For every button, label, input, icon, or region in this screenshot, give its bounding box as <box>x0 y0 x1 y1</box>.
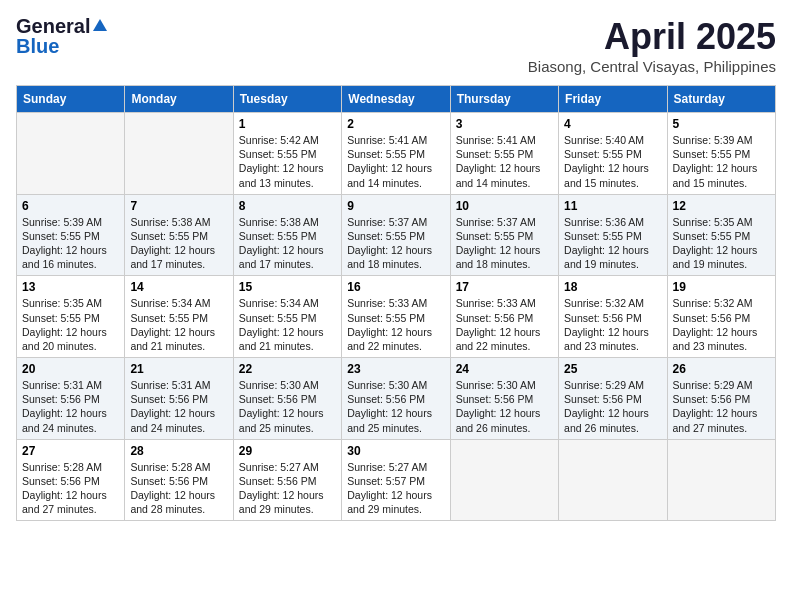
calendar-cell <box>17 113 125 195</box>
calendar-cell: 13Sunrise: 5:35 AMSunset: 5:55 PMDayligh… <box>17 276 125 358</box>
cell-details: Sunrise: 5:37 AMSunset: 5:55 PMDaylight:… <box>347 215 444 272</box>
day-number: 18 <box>564 280 661 294</box>
day-number: 24 <box>456 362 553 376</box>
calendar-cell: 29Sunrise: 5:27 AMSunset: 5:56 PMDayligh… <box>233 439 341 521</box>
calendar-cell: 15Sunrise: 5:34 AMSunset: 5:55 PMDayligh… <box>233 276 341 358</box>
calendar-header-sunday: Sunday <box>17 86 125 113</box>
day-number: 3 <box>456 117 553 131</box>
day-number: 21 <box>130 362 227 376</box>
day-number: 1 <box>239 117 336 131</box>
cell-details: Sunrise: 5:34 AMSunset: 5:55 PMDaylight:… <box>239 296 336 353</box>
day-number: 8 <box>239 199 336 213</box>
calendar-cell <box>667 439 775 521</box>
cell-details: Sunrise: 5:31 AMSunset: 5:56 PMDaylight:… <box>130 378 227 435</box>
calendar-cell: 14Sunrise: 5:34 AMSunset: 5:55 PMDayligh… <box>125 276 233 358</box>
calendar-week-row: 1Sunrise: 5:42 AMSunset: 5:55 PMDaylight… <box>17 113 776 195</box>
cell-details: Sunrise: 5:42 AMSunset: 5:55 PMDaylight:… <box>239 133 336 190</box>
calendar-cell <box>450 439 558 521</box>
cell-details: Sunrise: 5:38 AMSunset: 5:55 PMDaylight:… <box>130 215 227 272</box>
calendar-cell: 1Sunrise: 5:42 AMSunset: 5:55 PMDaylight… <box>233 113 341 195</box>
cell-details: Sunrise: 5:30 AMSunset: 5:56 PMDaylight:… <box>456 378 553 435</box>
cell-details: Sunrise: 5:38 AMSunset: 5:55 PMDaylight:… <box>239 215 336 272</box>
calendar-cell: 20Sunrise: 5:31 AMSunset: 5:56 PMDayligh… <box>17 358 125 440</box>
calendar-cell: 9Sunrise: 5:37 AMSunset: 5:55 PMDaylight… <box>342 194 450 276</box>
day-number: 15 <box>239 280 336 294</box>
day-number: 22 <box>239 362 336 376</box>
day-number: 27 <box>22 444 119 458</box>
cell-details: Sunrise: 5:36 AMSunset: 5:55 PMDaylight:… <box>564 215 661 272</box>
cell-details: Sunrise: 5:34 AMSunset: 5:55 PMDaylight:… <box>130 296 227 353</box>
calendar-week-row: 20Sunrise: 5:31 AMSunset: 5:56 PMDayligh… <box>17 358 776 440</box>
day-number: 14 <box>130 280 227 294</box>
cell-details: Sunrise: 5:27 AMSunset: 5:57 PMDaylight:… <box>347 460 444 517</box>
day-number: 6 <box>22 199 119 213</box>
calendar-cell: 3Sunrise: 5:41 AMSunset: 5:55 PMDaylight… <box>450 113 558 195</box>
day-number: 16 <box>347 280 444 294</box>
calendar-cell: 25Sunrise: 5:29 AMSunset: 5:56 PMDayligh… <box>559 358 667 440</box>
month-title: April 2025 <box>528 16 776 58</box>
calendar-header-saturday: Saturday <box>667 86 775 113</box>
day-number: 9 <box>347 199 444 213</box>
cell-details: Sunrise: 5:40 AMSunset: 5:55 PMDaylight:… <box>564 133 661 190</box>
calendar-table: SundayMondayTuesdayWednesdayThursdayFrid… <box>16 85 776 521</box>
logo-blue-text: Blue <box>16 35 59 57</box>
logo: General Blue <box>16 16 108 56</box>
calendar-cell: 11Sunrise: 5:36 AMSunset: 5:55 PMDayligh… <box>559 194 667 276</box>
calendar-cell: 30Sunrise: 5:27 AMSunset: 5:57 PMDayligh… <box>342 439 450 521</box>
day-number: 11 <box>564 199 661 213</box>
calendar-header-wednesday: Wednesday <box>342 86 450 113</box>
calendar-cell: 8Sunrise: 5:38 AMSunset: 5:55 PMDaylight… <box>233 194 341 276</box>
day-number: 7 <box>130 199 227 213</box>
calendar-cell: 10Sunrise: 5:37 AMSunset: 5:55 PMDayligh… <box>450 194 558 276</box>
calendar-cell: 16Sunrise: 5:33 AMSunset: 5:55 PMDayligh… <box>342 276 450 358</box>
logo-icon <box>92 18 108 34</box>
cell-details: Sunrise: 5:29 AMSunset: 5:56 PMDaylight:… <box>673 378 770 435</box>
logo-general-text: General <box>16 16 90 36</box>
calendar-cell: 21Sunrise: 5:31 AMSunset: 5:56 PMDayligh… <box>125 358 233 440</box>
day-number: 30 <box>347 444 444 458</box>
day-number: 28 <box>130 444 227 458</box>
calendar-cell: 2Sunrise: 5:41 AMSunset: 5:55 PMDaylight… <box>342 113 450 195</box>
day-number: 25 <box>564 362 661 376</box>
cell-details: Sunrise: 5:32 AMSunset: 5:56 PMDaylight:… <box>673 296 770 353</box>
calendar-week-row: 27Sunrise: 5:28 AMSunset: 5:56 PMDayligh… <box>17 439 776 521</box>
cell-details: Sunrise: 5:30 AMSunset: 5:56 PMDaylight:… <box>239 378 336 435</box>
calendar-cell: 4Sunrise: 5:40 AMSunset: 5:55 PMDaylight… <box>559 113 667 195</box>
cell-details: Sunrise: 5:33 AMSunset: 5:55 PMDaylight:… <box>347 296 444 353</box>
page-header: General Blue April 2025 Biasong, Central… <box>16 16 776 75</box>
cell-details: Sunrise: 5:28 AMSunset: 5:56 PMDaylight:… <box>22 460 119 517</box>
cell-details: Sunrise: 5:35 AMSunset: 5:55 PMDaylight:… <box>22 296 119 353</box>
calendar-cell: 7Sunrise: 5:38 AMSunset: 5:55 PMDaylight… <box>125 194 233 276</box>
cell-details: Sunrise: 5:28 AMSunset: 5:56 PMDaylight:… <box>130 460 227 517</box>
location: Biasong, Central Visayas, Philippines <box>528 58 776 75</box>
day-number: 4 <box>564 117 661 131</box>
svg-marker-0 <box>93 19 107 31</box>
cell-details: Sunrise: 5:39 AMSunset: 5:55 PMDaylight:… <box>673 133 770 190</box>
calendar-week-row: 13Sunrise: 5:35 AMSunset: 5:55 PMDayligh… <box>17 276 776 358</box>
calendar-week-row: 6Sunrise: 5:39 AMSunset: 5:55 PMDaylight… <box>17 194 776 276</box>
calendar-cell: 19Sunrise: 5:32 AMSunset: 5:56 PMDayligh… <box>667 276 775 358</box>
cell-details: Sunrise: 5:33 AMSunset: 5:56 PMDaylight:… <box>456 296 553 353</box>
day-number: 17 <box>456 280 553 294</box>
day-number: 26 <box>673 362 770 376</box>
cell-details: Sunrise: 5:30 AMSunset: 5:56 PMDaylight:… <box>347 378 444 435</box>
calendar-header-row: SundayMondayTuesdayWednesdayThursdayFrid… <box>17 86 776 113</box>
cell-details: Sunrise: 5:32 AMSunset: 5:56 PMDaylight:… <box>564 296 661 353</box>
calendar-cell: 12Sunrise: 5:35 AMSunset: 5:55 PMDayligh… <box>667 194 775 276</box>
cell-details: Sunrise: 5:35 AMSunset: 5:55 PMDaylight:… <box>673 215 770 272</box>
cell-details: Sunrise: 5:37 AMSunset: 5:55 PMDaylight:… <box>456 215 553 272</box>
calendar-header-monday: Monday <box>125 86 233 113</box>
calendar-cell: 23Sunrise: 5:30 AMSunset: 5:56 PMDayligh… <box>342 358 450 440</box>
day-number: 29 <box>239 444 336 458</box>
calendar-cell: 22Sunrise: 5:30 AMSunset: 5:56 PMDayligh… <box>233 358 341 440</box>
day-number: 12 <box>673 199 770 213</box>
day-number: 5 <box>673 117 770 131</box>
cell-details: Sunrise: 5:31 AMSunset: 5:56 PMDaylight:… <box>22 378 119 435</box>
day-number: 2 <box>347 117 444 131</box>
day-number: 20 <box>22 362 119 376</box>
calendar-cell <box>125 113 233 195</box>
cell-details: Sunrise: 5:29 AMSunset: 5:56 PMDaylight:… <box>564 378 661 435</box>
calendar-cell <box>559 439 667 521</box>
day-number: 13 <box>22 280 119 294</box>
calendar-cell: 27Sunrise: 5:28 AMSunset: 5:56 PMDayligh… <box>17 439 125 521</box>
